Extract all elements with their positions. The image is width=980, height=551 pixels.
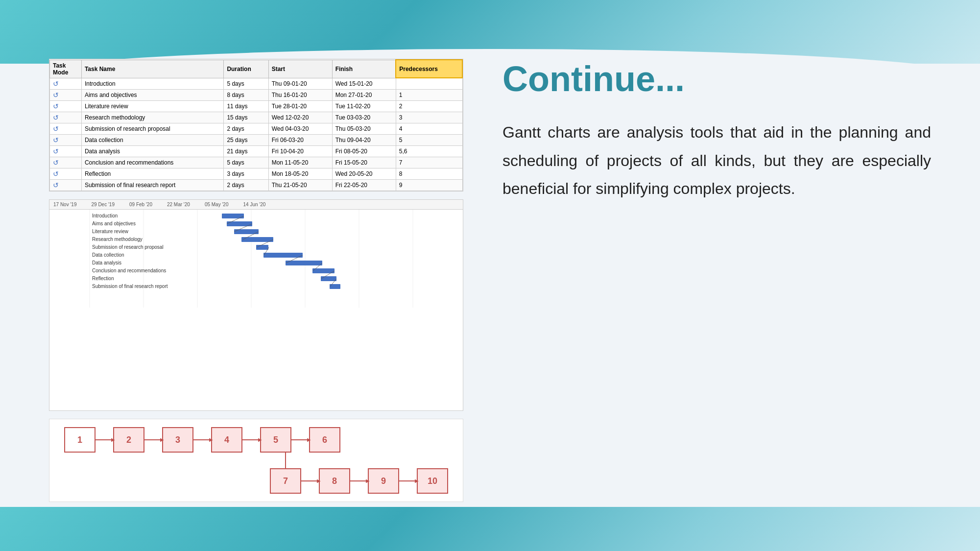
table-row: ↺ Reflection 3 days Mon 18-05-20 Wed 20-… — [50, 168, 463, 179]
slide-body-text: Gantt charts are analysis tools that aid… — [502, 119, 931, 203]
col-header-predecessors: Predecessors — [396, 60, 462, 78]
timeline-label-5: 05 May '20 — [205, 202, 229, 207]
timeline-label-2: 29 Dec '19 — [92, 202, 115, 207]
cell-predecessors — [396, 78, 462, 89]
timeline-label-6: 14 Jun '20 — [243, 202, 266, 207]
cell-duration: 5 days — [224, 157, 268, 168]
flow-node-9: 9 — [368, 468, 399, 494]
cell-finish: Mon 27-01-20 — [332, 89, 396, 100]
cell-task-mode: ↺ — [50, 179, 82, 191]
cell-start: Fri 06-03-20 — [268, 134, 332, 145]
cell-task-mode: ↺ — [50, 168, 82, 179]
svg-text:Submission of research proposa: Submission of research proposal — [92, 244, 164, 250]
cell-start: Wed 12-02-20 — [268, 112, 332, 123]
flow-node-10: 10 — [417, 468, 448, 494]
flow-arrow-5-6: ▶ — [291, 435, 309, 445]
svg-text:Submission of final research r: Submission of final research report — [92, 284, 168, 289]
cell-finish: Fri 08-05-20 — [332, 145, 396, 157]
cell-task-name: Research methodology — [81, 112, 223, 123]
timeline-label-4: 22 Mar '20 — [167, 202, 190, 207]
cell-duration: 3 days — [224, 168, 268, 179]
svg-rect-18 — [263, 253, 303, 258]
cell-task-name: Submission of final research report — [81, 179, 223, 191]
cell-task-mode: ↺ — [50, 145, 82, 157]
svg-text:Aims and objectives: Aims and objectives — [92, 221, 136, 226]
flow-arrow-7-8: ▶ — [301, 476, 319, 486]
table-row: ↺ Data collection 25 days Fri 06-03-20 T… — [50, 134, 463, 145]
svg-rect-26 — [330, 284, 340, 289]
flow-diagram: 1 ▶ 2 ▶ 3 ▶ 4 — [49, 419, 463, 502]
cell-task-name: Conclusion and recommendations — [81, 157, 223, 168]
table-row: ↺ Introduction 5 days Thu 09-01-20 Wed 1… — [50, 78, 463, 89]
flow-node-5: 5 — [260, 427, 291, 453]
cell-predecessors: 5,6 — [396, 145, 462, 157]
col-header-task-mode: TaskMode — [50, 60, 82, 78]
svg-text:Literature review: Literature review — [92, 229, 129, 234]
col-header-finish: Finish — [332, 60, 396, 78]
gantt-table: TaskMode Task Name Duration Start Finish… — [49, 59, 463, 191]
cell-start: Thu 09-01-20 — [268, 78, 332, 89]
cell-task-name: Literature review — [81, 100, 223, 112]
cell-duration: 15 days — [224, 112, 268, 123]
col-header-task-name: Task Name — [81, 60, 223, 78]
cell-finish: Wed 20-05-20 — [332, 168, 396, 179]
cell-predecessors: 4 — [396, 123, 462, 134]
flow-arrow-8-9: ▶ — [350, 476, 368, 486]
cell-predecessors: 1 — [396, 89, 462, 100]
cell-predecessors: 7 — [396, 157, 462, 168]
flow-node-6: 6 — [309, 427, 340, 453]
table-row: ↺ Research methodology 15 days Wed 12-02… — [50, 112, 463, 123]
flow-node-8: 8 — [319, 468, 350, 494]
gantt-chart-area: 17 Nov '19 29 Dec '19 09 Feb '20 22 Mar … — [49, 199, 463, 411]
cell-finish: Thu 09-04-20 — [332, 134, 396, 145]
cell-predecessors: 3 — [396, 112, 462, 123]
cell-task-name: Introduction — [81, 78, 223, 89]
cell-start: Fri 10-04-20 — [268, 145, 332, 157]
svg-rect-16 — [256, 245, 268, 250]
cell-start: Mon 11-05-20 — [268, 157, 332, 168]
cell-predecessors: 5 — [396, 134, 462, 145]
cell-task-name: Aims and objectives — [81, 89, 223, 100]
svg-rect-20 — [286, 261, 322, 265]
cell-finish: Tue 03-03-20 — [332, 112, 396, 123]
timeline-label-1: 17 Nov '19 — [53, 202, 77, 207]
cell-predecessors: 8 — [396, 168, 462, 179]
slide-title: Continue... — [502, 59, 931, 99]
flow-row-2: 7 ▶ 8 ▶ 9 ▶ 10 — [270, 468, 448, 494]
table-row: ↺ Aims and objectives 8 days Thu 16-01-2… — [50, 89, 463, 100]
gantt-timeline-header: 17 Nov '19 29 Dec '19 09 Feb '20 22 Mar … — [49, 200, 463, 210]
col-header-duration: Duration — [224, 60, 268, 78]
cell-task-mode: ↺ — [50, 134, 82, 145]
cell-duration: 25 days — [224, 134, 268, 145]
col-header-start: Start — [268, 60, 332, 78]
flow-arrow-1-2: ▶ — [96, 435, 113, 445]
cell-duration: 2 days — [224, 123, 268, 134]
flow-node-3: 3 — [162, 427, 193, 453]
cell-start: Thu 21-05-20 — [268, 179, 332, 191]
cell-duration: 11 days — [224, 100, 268, 112]
flow-node-1: 1 — [64, 427, 96, 453]
cell-task-name: Data collection — [81, 134, 223, 145]
cell-predecessors: 9 — [396, 179, 462, 191]
flow-arrow-9-10: ▶ — [399, 476, 417, 486]
cell-task-name: Submission of research proposal — [81, 123, 223, 134]
flow-connector-down — [64, 453, 301, 468]
gantt-bars-svg: Introduction Aims and objectives Literat… — [49, 210, 463, 308]
cell-start: Wed 04-03-20 — [268, 123, 332, 134]
cell-start: Mon 18-05-20 — [268, 168, 332, 179]
flow-node-2: 2 — [113, 427, 144, 453]
cell-start: Tue 28-01-20 — [268, 100, 332, 112]
cell-duration: 21 days — [224, 145, 268, 157]
cell-predecessors: 2 — [396, 100, 462, 112]
gantt-table-container: TaskMode Task Name Duration Start Finish… — [49, 59, 463, 192]
flow-arrow-3-4: ▶ — [193, 435, 211, 445]
svg-rect-24 — [321, 276, 336, 281]
table-row: ↺ Literature review 11 days Tue 28-01-20… — [50, 100, 463, 112]
table-row: ↺ Conclusion and recommendations 5 days … — [50, 157, 463, 168]
table-row: ↺ Data analysis 21 days Fri 10-04-20 Fri… — [50, 145, 463, 157]
cell-task-mode: ↺ — [50, 100, 82, 112]
svg-text:Data analysis: Data analysis — [92, 260, 121, 265]
cell-duration: 8 days — [224, 89, 268, 100]
cell-finish: Thu 05-03-20 — [332, 123, 396, 134]
table-row: ↺ Submission of final research report 2 … — [50, 179, 463, 191]
